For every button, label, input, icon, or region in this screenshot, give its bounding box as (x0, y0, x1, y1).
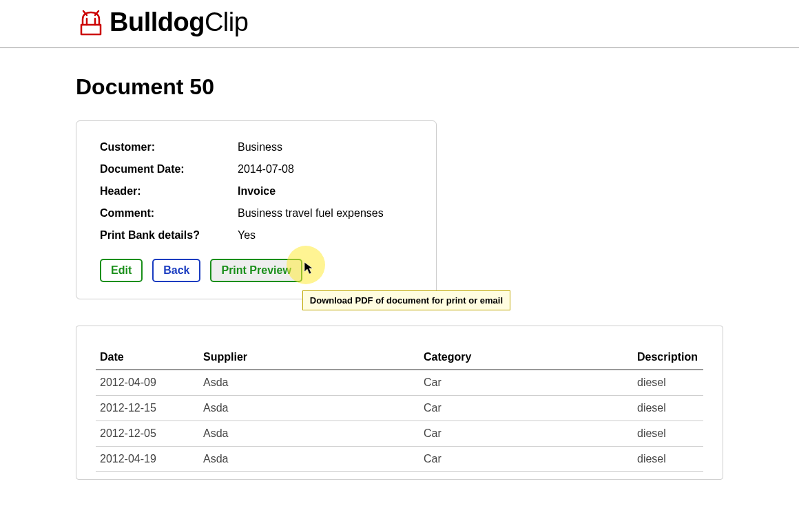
document-date-label: Document Date: (100, 158, 238, 180)
edit-button[interactable]: Edit (100, 259, 143, 282)
logo-text: BulldogClip (110, 8, 248, 37)
app-header: BulldogClip (0, 0, 799, 48)
bulldog-clip-icon (76, 7, 106, 37)
cell-date: 2012-04-19 (96, 447, 199, 472)
cell-supplier: Asda (199, 396, 419, 421)
print-preview-button[interactable]: Print Preview (210, 259, 302, 282)
cell-supplier: Asda (199, 421, 419, 447)
comment-label: Comment: (100, 202, 238, 224)
customer-label: Customer: (100, 136, 238, 158)
header-value: Invoice (238, 180, 413, 202)
col-description-header: Description (633, 345, 703, 370)
document-date-value: 2014-07-08 (238, 158, 413, 180)
page-title: Document 50 (76, 74, 723, 100)
cell-date: 2012-12-05 (96, 421, 199, 447)
col-supplier-header: Supplier (199, 345, 419, 370)
bank-details-label: Print Bank details? (100, 224, 238, 246)
col-category-header: Category (419, 345, 633, 370)
back-button[interactable]: Back (152, 259, 200, 282)
cell-date: 2012-12-15 (96, 396, 199, 421)
table-header-row: Date Supplier Category Description (96, 345, 703, 370)
cell-category: Car (419, 370, 633, 396)
cell-description: diesel (633, 447, 703, 472)
customer-value: Business (238, 136, 413, 158)
print-preview-tooltip: Download PDF of document for print or em… (302, 290, 510, 310)
table-row[interactable]: 2012-04-19 Asda Car diesel (96, 447, 703, 472)
cell-description: diesel (633, 421, 703, 447)
cell-description: diesel (633, 396, 703, 421)
cursor-icon (304, 262, 315, 278)
cell-supplier: Asda (199, 447, 419, 472)
logo[interactable]: BulldogClip (76, 7, 799, 37)
cell-category: Car (419, 447, 633, 472)
table-row[interactable]: 2012-12-05 Asda Car diesel (96, 421, 703, 447)
cell-date: 2012-04-09 (96, 370, 199, 396)
comment-value: Business travel fuel expenses (238, 202, 413, 224)
header-label: Header: (100, 180, 238, 202)
col-date-header: Date (96, 345, 199, 370)
document-details-card: Customer: Business Document Date: 2014-0… (76, 120, 437, 299)
table-row[interactable]: 2012-12-15 Asda Car diesel (96, 396, 703, 421)
bank-details-value: Yes (238, 224, 413, 246)
cell-category: Car (419, 396, 633, 421)
cell-description: diesel (633, 370, 703, 396)
cell-category: Car (419, 421, 633, 447)
cell-supplier: Asda (199, 370, 419, 396)
line-items-panel: Date Supplier Category Description 2012-… (76, 326, 723, 480)
table-row[interactable]: 2012-04-09 Asda Car diesel (96, 370, 703, 396)
